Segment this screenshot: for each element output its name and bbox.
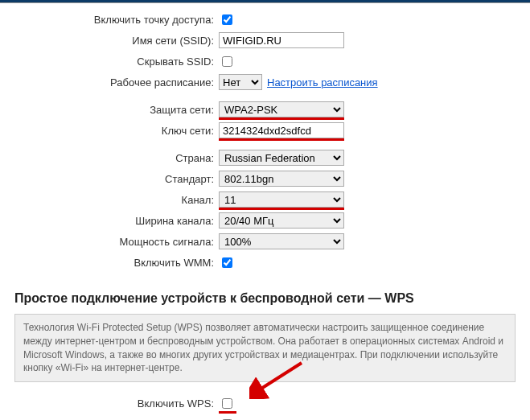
row-hide-ssid: Скрывать SSID: bbox=[0, 51, 530, 71]
row-security: Защита сети: WPA2-PSK bbox=[0, 100, 530, 119]
select-width[interactable]: 20/40 МГц bbox=[219, 212, 344, 229]
label-enable-ap: Включить точку доступа: bbox=[0, 14, 219, 26]
wps-section-title: Простое подключение устройств к беспрово… bbox=[0, 282, 530, 314]
row-ssid: Имя сети (SSID): bbox=[0, 31, 530, 50]
label-key: Ключ сети: bbox=[0, 125, 219, 137]
row-key: Ключ сети: bbox=[0, 121, 530, 140]
wifi-settings-form: Включить точку доступа: Имя сети (SSID):… bbox=[0, 3, 530, 282]
row-country: Страна: Russian Federation bbox=[0, 148, 530, 167]
link-configure-schedule[interactable]: Настроить расписания bbox=[267, 76, 378, 89]
label-ssid: Имя сети (SSID): bbox=[0, 35, 219, 47]
label-hide-ssid: Скрывать SSID: bbox=[0, 56, 219, 68]
label-schedule: Рабочее расписание: bbox=[0, 76, 219, 89]
checkbox-wmm[interactable] bbox=[222, 257, 232, 268]
label-enable-wps: Включить WPS: bbox=[0, 397, 219, 410]
label-standard: Стандарт: bbox=[0, 173, 219, 185]
label-country: Страна: bbox=[0, 152, 219, 164]
row-channel: Канал: 11 bbox=[0, 190, 530, 209]
select-security[interactable]: WPA2-PSK bbox=[219, 101, 344, 117]
row-enable-ap: Включить точку доступа: bbox=[0, 10, 530, 29]
select-standard[interactable]: 802.11bgn bbox=[219, 171, 344, 187]
row-standard: Стандарт: 802.11bgn bbox=[0, 169, 530, 188]
label-width: Ширина канала: bbox=[0, 215, 219, 227]
wps-info-box: Технология Wi-Fi Protected Setup (WPS) п… bbox=[14, 314, 516, 382]
select-country[interactable]: Russian Federation bbox=[219, 150, 344, 166]
input-key[interactable] bbox=[219, 122, 344, 138]
select-power[interactable]: 100% bbox=[219, 233, 344, 249]
label-wmm: Включить WMM: bbox=[0, 257, 219, 269]
row-power: Мощность сигнала: 100% bbox=[0, 232, 530, 251]
checkbox-hide-ssid[interactable] bbox=[222, 56, 232, 67]
label-channel: Канал: bbox=[0, 194, 219, 206]
label-power: Мощность сигнала: bbox=[0, 236, 219, 248]
label-security: Защита сети: bbox=[0, 104, 219, 116]
select-schedule[interactable]: Нет bbox=[219, 74, 262, 90]
row-enable-wps: Включить WPS: bbox=[0, 393, 530, 413]
row-width: Ширина канала: 20/40 МГц bbox=[0, 211, 530, 230]
row-use-pin: Использовать пин-код: bbox=[0, 414, 530, 420]
checkbox-enable-wps[interactable] bbox=[222, 398, 232, 409]
row-wmm: Включить WMM: bbox=[0, 253, 530, 272]
row-schedule: Рабочее расписание: Нет Настроить распис… bbox=[0, 72, 530, 92]
checkbox-enable-ap[interactable] bbox=[222, 14, 232, 25]
select-channel[interactable]: 11 bbox=[219, 191, 344, 208]
input-ssid[interactable] bbox=[219, 32, 344, 48]
